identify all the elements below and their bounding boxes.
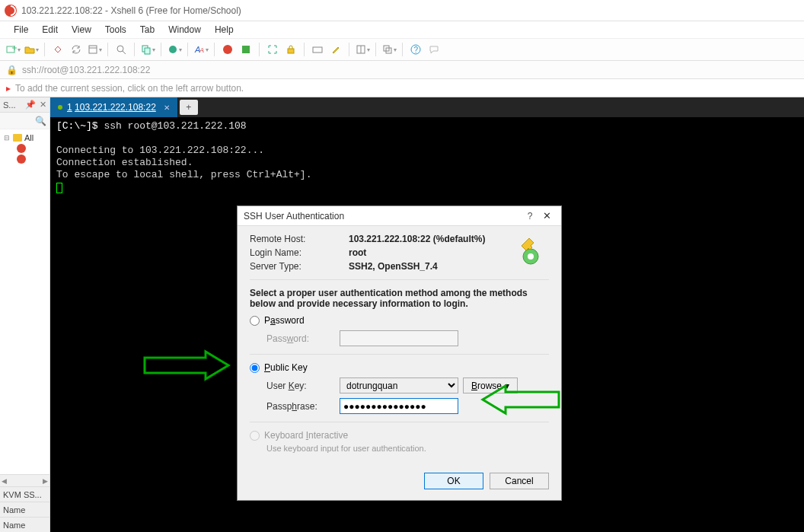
- radio-publickey[interactable]: Public Key: [250, 362, 549, 373]
- address-text: ssh://root@103.221.222.108:22: [22, 65, 150, 75]
- pane-section-name2[interactable]: Name: [0, 517, 49, 532]
- svg-rect-13: [242, 46, 250, 53]
- cancel-button[interactable]: Cancel: [490, 473, 549, 489]
- menu-tab[interactable]: Tab: [134, 23, 161, 37]
- session-tab[interactable]: 1 103.221.222.108:22 ✕: [50, 97, 178, 117]
- svg-rect-8: [145, 48, 150, 54]
- svg-point-25: [528, 253, 534, 260]
- sessions-search[interactable]: 🔍: [0, 113, 49, 129]
- copy-icon[interactable]: [139, 41, 156, 58]
- browse-button[interactable]: Browse▾: [463, 377, 518, 393]
- svg-point-5: [117, 46, 123, 52]
- session-icon: [17, 155, 26, 164]
- new-session-icon[interactable]: [5, 41, 21, 58]
- dialog-titlebar[interactable]: SSH User Authentication ? ✕: [238, 206, 561, 226]
- remote-host-label: Remote Host:: [250, 234, 349, 244]
- chat-icon[interactable]: [426, 41, 442, 58]
- sessions-pane-title: S...: [3, 100, 16, 110]
- status-dot-icon: [58, 105, 62, 110]
- dialog-instruction: Select a proper user authentication meth…: [250, 288, 549, 309]
- profile-icon[interactable]: [86, 41, 103, 58]
- window-title: 103.221.222.108:22 - Xshell 6 (Free for …: [21, 5, 241, 16]
- folder-icon: [13, 134, 22, 142]
- pane-section-name1[interactable]: Name: [0, 502, 49, 517]
- login-name-value: root: [349, 247, 366, 258]
- pin-icon[interactable]: 📌: [25, 100, 36, 109]
- svg-rect-14: [288, 49, 294, 53]
- tree-root[interactable]: ⊟ All: [3, 132, 46, 143]
- dialog-title: SSH User Authentication: [244, 211, 522, 221]
- server-type-value: SSH2, OpenSSH_7.4: [349, 261, 438, 272]
- tab-strip: 1 103.221.222.108:22 ✕ +: [50, 97, 804, 117]
- menu-edit[interactable]: Edit: [36, 23, 64, 37]
- layout-icon[interactable]: [354, 41, 371, 58]
- highlight-icon[interactable]: [327, 41, 344, 58]
- toolbar: AA ?: [0, 38, 804, 61]
- svg-rect-3: [89, 46, 97, 53]
- reconnect-icon[interactable]: [68, 41, 85, 58]
- new-tab-button[interactable]: +: [180, 100, 198, 115]
- menu-help[interactable]: Help: [209, 23, 240, 37]
- password-input: [340, 330, 458, 346]
- cascade-icon[interactable]: [381, 41, 397, 58]
- close-pane-icon[interactable]: ✕: [40, 100, 46, 109]
- tab-close-icon[interactable]: ✕: [164, 104, 170, 112]
- hint-bar: ▸ To add the current session, click on t…: [0, 79, 804, 97]
- server-type-label: Server Type:: [250, 261, 349, 272]
- svg-line-6: [123, 51, 126, 54]
- ok-button[interactable]: OK: [424, 473, 483, 489]
- passphrase-label: Passphrase:: [266, 401, 340, 412]
- disconnect-icon[interactable]: [49, 41, 66, 58]
- lock-icon[interactable]: [282, 41, 299, 58]
- kbd-note: Use keyboard input for user authenticati…: [266, 444, 549, 453]
- menu-view[interactable]: View: [65, 23, 97, 37]
- xftp-icon[interactable]: [238, 41, 254, 58]
- svg-point-12: [223, 45, 232, 54]
- color-icon[interactable]: [166, 41, 183, 58]
- pane-section-kvm[interactable]: KVM SS...: [0, 486, 49, 502]
- menu-window[interactable]: Window: [162, 23, 207, 37]
- session-icon: [17, 144, 26, 153]
- tree-session-1[interactable]: [3, 143, 46, 154]
- window-titlebar: 103.221.222.108:22 - Xshell 6 (Free for …: [0, 0, 804, 21]
- menu-tools[interactable]: Tools: [99, 23, 132, 37]
- xshell-icon[interactable]: [219, 41, 236, 58]
- tree-scrollbar[interactable]: ◀▶: [0, 474, 49, 486]
- lock-address-icon: 🔒: [6, 65, 18, 75]
- password-label: Password:: [266, 333, 340, 344]
- fullscreen-icon[interactable]: [264, 41, 281, 58]
- svg-rect-0: [7, 46, 14, 53]
- address-bar[interactable]: 🔒 ssh://root@103.221.222.108:22: [0, 61, 804, 79]
- sessions-pane: S... 📌 ✕ 🔍 ⊟ All ◀▶ KVM SS... Name Name: [0, 97, 50, 532]
- radio-keyboard-interactive: Keyboard Interactive: [250, 430, 549, 441]
- radio-password[interactable]: Password: [250, 315, 549, 326]
- help-icon[interactable]: ?: [407, 41, 424, 58]
- login-name-label: Login Name:: [250, 247, 349, 258]
- userkey-label: User Key:: [266, 381, 340, 391]
- font-icon[interactable]: AA: [193, 41, 209, 58]
- svg-text:?: ?: [414, 46, 419, 54]
- tree-session-2[interactable]: [3, 154, 46, 164]
- svg-text:A: A: [199, 46, 204, 54]
- app-logo-icon: [5, 5, 17, 17]
- find-icon[interactable]: [113, 41, 129, 58]
- ssh-auth-dialog: SSH User Authentication ? ✕ Remote Host:…: [237, 205, 562, 501]
- remote-host-value: 103.221.222.108:22 (%default%): [349, 234, 485, 244]
- open-session-icon[interactable]: [23, 41, 40, 58]
- userkey-select[interactable]: dotrungquan: [340, 377, 458, 393]
- dialog-close-icon[interactable]: ✕: [538, 210, 555, 221]
- svg-point-9: [169, 46, 177, 53]
- auth-key-icon: [515, 234, 549, 267]
- flag-icon: ▸: [6, 83, 11, 94]
- passphrase-input[interactable]: [340, 398, 458, 414]
- sessions-tree[interactable]: ⊟ All: [0, 129, 49, 474]
- dialog-help-icon[interactable]: ?: [522, 211, 538, 221]
- keyboard-icon[interactable]: [309, 41, 326, 58]
- svg-rect-15: [313, 47, 322, 53]
- menu-file[interactable]: File: [8, 23, 34, 37]
- search-icon: 🔍: [35, 116, 46, 126]
- menu-bar: File Edit View Tools Tab Window Help: [0, 21, 804, 38]
- hint-text: To add the current session, click on the…: [15, 83, 244, 94]
